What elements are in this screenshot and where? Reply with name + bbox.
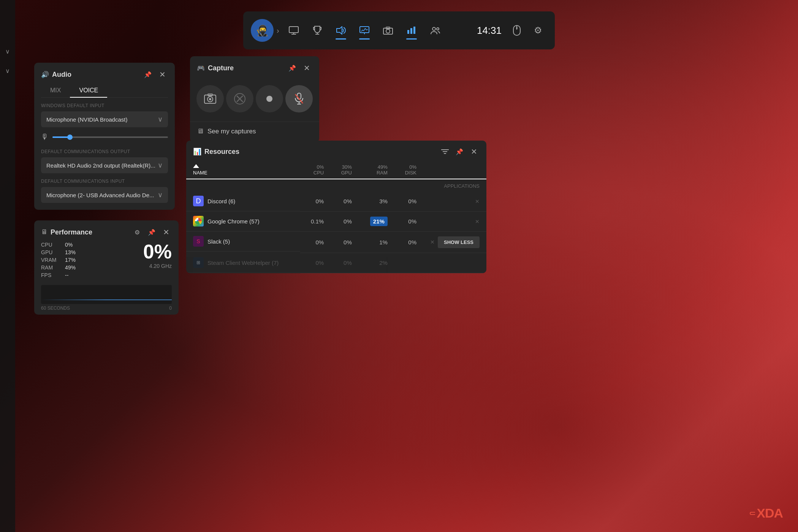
screenshot-button[interactable] xyxy=(196,85,224,112)
svg-rect-0 xyxy=(289,27,298,33)
sidebar-left: ∨ ∨ xyxy=(0,0,15,532)
slack-disk: 0% xyxy=(394,231,423,253)
slack-close-button[interactable]: ✕ xyxy=(430,239,435,245)
performance-pin-button[interactable]: 📌 xyxy=(146,226,157,238)
default-comms-input-label: DEFAULT COMMUNICATIONS INPUT xyxy=(41,179,168,184)
cpu-value: 0% xyxy=(65,242,73,248)
topbar: 🥷 › xyxy=(243,11,555,49)
svg-rect-15 xyxy=(413,27,415,34)
perf-chart-labels: 60 SECONDS 0 xyxy=(41,306,172,311)
gpu-label: GPU xyxy=(41,249,62,255)
see-captures-row[interactable]: 🖥 See my captures xyxy=(190,122,319,142)
vram-label: VRAM xyxy=(41,257,62,263)
topbar-users-icon[interactable] xyxy=(425,21,445,40)
topbar-trophy-icon[interactable] xyxy=(307,21,327,40)
audio-panel-title: Audio xyxy=(52,71,139,79)
slack-app-col: S Slack (5) xyxy=(186,231,300,252)
chrome-close-button[interactable]: ✕ xyxy=(475,218,480,225)
discord-gpu: 0% xyxy=(331,191,359,211)
svg-point-20 xyxy=(516,27,518,29)
audio-tab-voice[interactable]: VOICE xyxy=(70,84,107,98)
performance-close-button[interactable]: ✕ xyxy=(160,226,172,238)
microphone-input-select[interactable]: Microphone (NVIDIA Broadcast) ∨ xyxy=(41,111,168,127)
svg-rect-13 xyxy=(407,30,409,34)
discord-app-col: D Discord (6) xyxy=(186,191,300,211)
resources-close-button[interactable]: ✕ xyxy=(468,146,480,157)
table-row: S Slack (5) 0% 0% 1% 0% ✕ SHOW LESS xyxy=(186,231,486,253)
topbar-expand-chevron[interactable]: › xyxy=(277,26,279,35)
comms-output-select[interactable]: Realtek HD Audio 2nd output (Realtek(R).… xyxy=(41,157,168,173)
svg-point-16 xyxy=(432,27,435,30)
audio-tab-mix[interactable]: MIX xyxy=(41,84,70,98)
discord-close-button[interactable]: ✕ xyxy=(475,198,480,204)
mic-mute-button[interactable] xyxy=(285,85,313,112)
chrome-close-col: ✕ xyxy=(423,211,486,231)
chrome-icon xyxy=(193,216,204,226)
perf-chart-time-label: 60 SECONDS xyxy=(41,306,70,311)
fps-label: FPS xyxy=(41,272,62,278)
col-disk[interactable]: 0% DISK xyxy=(394,161,423,179)
discord-icon: D xyxy=(193,196,204,206)
topbar-logo[interactable]: 🥷 xyxy=(251,19,274,42)
slack-gpu: 0% xyxy=(331,231,359,253)
discord-cpu: 0% xyxy=(300,191,331,211)
topbar-bar-chart-icon[interactable] xyxy=(402,21,421,40)
topbar-camera-icon[interactable] xyxy=(378,21,398,40)
topbar-icons xyxy=(284,21,471,40)
capture-buttons-row xyxy=(190,78,319,122)
resources-pin-button[interactable]: 📌 xyxy=(454,146,465,157)
slack-icon: S xyxy=(193,236,204,247)
capture-panel-title: Capture xyxy=(208,64,283,72)
steam-close-col xyxy=(423,253,486,273)
audio-panel-header: 🔊 Audio 📌 ✕ xyxy=(34,63,175,84)
performance-settings-button[interactable]: ⚙ xyxy=(131,226,143,238)
topbar-mouse-icon[interactable] xyxy=(508,21,526,40)
table-row: ⊞ Steam Client WebHelper (7) 0% 0% 2% xyxy=(186,253,486,273)
microphone-input-text: Microphone (NVIDIA Broadcast) xyxy=(46,116,158,123)
performance-panel-header: 🖥 Performance ⚙ 📌 ✕ xyxy=(34,220,179,242)
resources-table: NAME 0% CPU 30% GPU 49% RAM 0% DISK xyxy=(186,161,486,273)
capture-close-button[interactable]: ✕ xyxy=(301,62,312,74)
perf-chart-line xyxy=(41,299,172,300)
windows-default-input-label: WINDOWS DEFAULT INPUT xyxy=(41,103,168,108)
dot-button[interactable] xyxy=(256,85,283,112)
col-name[interactable]: NAME xyxy=(186,161,300,179)
perf-frequency: 4.20 GHz xyxy=(149,263,172,269)
steam-disk xyxy=(394,253,423,273)
mic-volume-slider[interactable] xyxy=(52,136,168,138)
applications-label: APPLICATIONS xyxy=(186,179,486,191)
chrome-disk: 0% xyxy=(394,211,423,231)
resources-panel-title: Resources xyxy=(204,148,436,156)
svg-marker-6 xyxy=(337,27,342,34)
xda-bracket-left xyxy=(750,512,755,515)
sort-arrow-name xyxy=(193,164,199,168)
record-button[interactable] xyxy=(226,85,253,112)
sidebar-chevron-2[interactable]: ∨ xyxy=(3,65,12,77)
col-cpu[interactable]: 0% CPU xyxy=(300,161,331,179)
topbar-screen-icon[interactable] xyxy=(284,21,304,40)
col-ram[interactable]: 49% RAM xyxy=(359,161,394,179)
steam-app-name: Steam Client WebHelper (7) xyxy=(207,260,279,266)
audio-pin-button[interactable]: 📌 xyxy=(142,69,154,80)
ram-value: 49% xyxy=(65,264,76,271)
svg-point-17 xyxy=(437,28,439,30)
resources-icon: 📊 xyxy=(193,147,201,156)
comms-input-select[interactable]: Microphone (2- USB Advanced Audio De... … xyxy=(41,187,168,203)
topbar-settings-icon[interactable]: ⚙ xyxy=(529,21,547,40)
discord-close-col: ✕ xyxy=(423,191,486,211)
topbar-time: 14:31 xyxy=(477,25,502,36)
cpu-label: CPU xyxy=(41,242,62,248)
ram-stat-row: RAM 49% xyxy=(41,264,76,271)
capture-pin-button[interactable]: 📌 xyxy=(287,62,298,74)
show-less-button[interactable]: SHOW LESS xyxy=(438,236,480,248)
sidebar-chevron-1[interactable]: ∨ xyxy=(3,46,12,57)
slack-app-name: Slack (5) xyxy=(207,238,230,245)
col-gpu[interactable]: 30% GPU xyxy=(331,161,359,179)
resources-filter-button[interactable] xyxy=(439,146,451,157)
audio-close-button[interactable]: ✕ xyxy=(157,69,168,80)
see-captures-icon: 🖥 xyxy=(197,127,204,135)
capture-panel-header: 🎮 Capture 📌 ✕ xyxy=(190,56,319,78)
topbar-volume-icon[interactable] xyxy=(331,21,351,40)
vram-stat-row: VRAM 17% xyxy=(41,257,76,263)
topbar-monitor-icon[interactable] xyxy=(355,21,374,40)
